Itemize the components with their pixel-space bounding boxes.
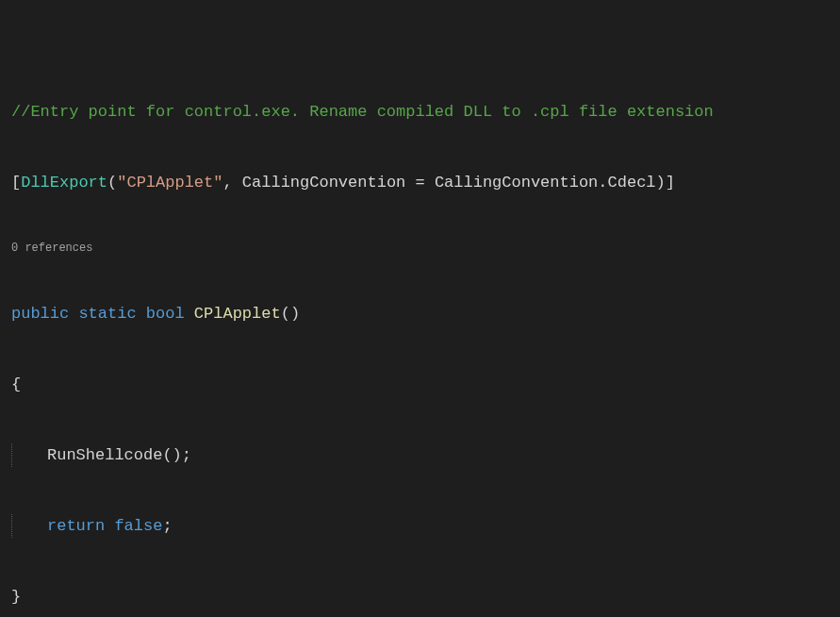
string-literal: "CPlApplet" [117,174,222,192]
comment-text: //Entry point for control.exe. Rename co… [11,103,714,121]
code-line: { [11,373,829,396]
kw-static: static [78,305,136,323]
paren-open: ( [107,174,117,192]
code-line: //Entry point for control.exe. Rename co… [11,100,829,124]
attribute-name: DllExport [21,174,107,192]
code-line: return false; [11,514,829,538]
kw-false: false [114,517,162,535]
brace-close: } [11,588,21,606]
call-end: (); [162,446,191,464]
enum-value: Cdecl [608,174,656,192]
brace-open: { [11,375,21,393]
method-name: CPlApplet [194,305,281,323]
code-editor[interactable]: //Entry point for control.exe. Rename co… [0,0,840,617]
call-name: RunShellcode [47,446,162,464]
code-line: RunShellcode(); [11,443,829,467]
code-line: [DllExport("CPlApplet", CallingConventio… [11,171,829,194]
kw-public: public [11,305,69,323]
kw-return: return [47,517,105,535]
kw-bool: bool [146,305,185,323]
codelens-references[interactable]: 0 references [11,242,829,255]
bracket-close: )] [656,174,675,192]
bracket-open: [ [11,174,21,192]
semicolon: ; [162,517,172,535]
code-line: } [11,585,829,609]
parens: () [281,305,300,323]
attr-mid: , CallingConvention = CallingConvention. [222,174,607,192]
code-line: public static bool CPlApplet() [11,302,829,325]
